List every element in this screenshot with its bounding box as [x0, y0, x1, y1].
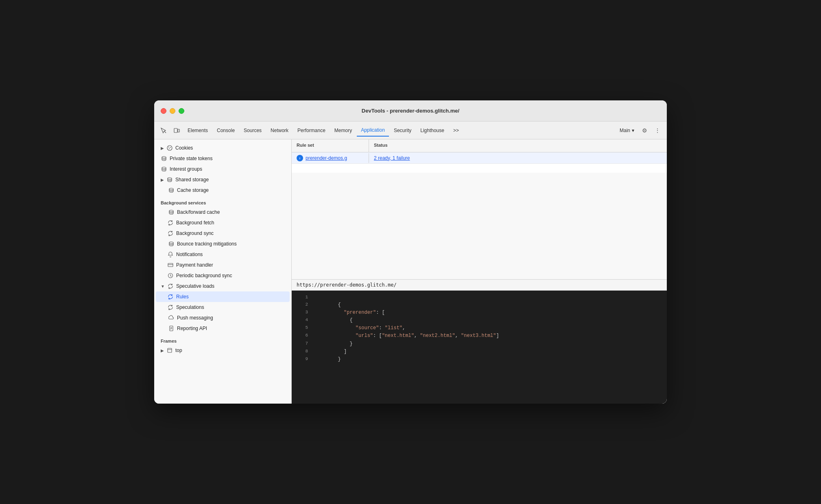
tab-elements[interactable]: Elements	[183, 124, 212, 137]
sidebar-item-periodic-background-sync[interactable]: Periodic background sync	[156, 270, 290, 281]
sidebar-item-rules[interactable]: Rules	[156, 291, 290, 302]
tab-performance[interactable]: Performance	[293, 124, 330, 137]
database-icon	[168, 187, 175, 193]
sidebar-item-label: Rules	[176, 294, 189, 300]
line-number: 8	[297, 348, 308, 355]
tab-console[interactable]: Console	[213, 124, 239, 137]
sync-icon	[167, 283, 174, 289]
svg-line-0	[164, 131, 166, 133]
svg-point-5	[170, 147, 171, 148]
svg-point-7	[162, 156, 166, 158]
svg-text:i: i	[299, 157, 300, 160]
sidebar-item-shared-storage[interactable]: ▶ Shared storage	[156, 174, 290, 185]
sidebar-item-label: Cache storage	[177, 187, 209, 193]
database-icon	[161, 166, 167, 172]
sidebar-item-payment-handler[interactable]: Payment handler	[156, 260, 290, 270]
device-icon	[173, 127, 180, 134]
table-row[interactable]: i prerender-demos.g 2 ready, 1 failure	[292, 152, 667, 164]
sidebar-item-label: Cookies	[175, 145, 193, 151]
tab-application[interactable]: Application	[357, 124, 389, 137]
info-icon: i	[298, 156, 302, 160]
sidebar-item-label: Speculative loads	[176, 283, 214, 289]
bell-icon	[167, 251, 174, 258]
svg-rect-20	[168, 348, 172, 352]
rule-set-link[interactable]: prerender-demos.g	[306, 155, 347, 161]
sync-icon	[167, 219, 174, 226]
sidebar: ▶ Cookies Private state tokens Interest …	[154, 139, 292, 404]
inspect-element-button[interactable]	[157, 124, 170, 137]
sidebar-item-cookies[interactable]: ▶ Cookies	[156, 143, 290, 153]
sidebar-item-back-forward-cache[interactable]: Back/forward cache	[156, 207, 290, 217]
tab-network[interactable]: Network	[266, 124, 293, 137]
code-line-4: 4 {	[292, 317, 667, 324]
minimize-button[interactable]	[170, 108, 175, 114]
code-line-9: 9 }	[292, 356, 667, 363]
chevron-right-icon: ▶	[161, 146, 164, 150]
line-number: 5	[297, 324, 308, 332]
sidebar-item-label: Background sync	[176, 230, 214, 236]
status-link[interactable]: 2 ready, 1 failure	[374, 155, 410, 161]
device-toggle-button[interactable]	[170, 124, 183, 137]
more-tabs-button[interactable]: >>	[449, 124, 463, 137]
code-line-8: 8 ]	[292, 348, 667, 356]
code-line-5: 5 "source": "list",	[292, 324, 667, 332]
close-button[interactable]	[161, 108, 166, 114]
sidebar-item-label: Payment handler	[176, 262, 213, 268]
sidebar-section-background-services: Background services	[154, 196, 291, 207]
sidebar-item-speculative-loads[interactable]: ▼ Speculative loads	[156, 281, 290, 291]
settings-button[interactable]: ⚙	[638, 124, 651, 137]
sidebar-item-label: Reporting API	[177, 326, 207, 331]
chevron-down-icon: ▼	[161, 284, 165, 289]
database-icon	[161, 155, 167, 162]
sidebar-item-push-messaging[interactable]: Push messaging	[156, 313, 290, 323]
line-number: 2	[297, 301, 308, 308]
column-header-status: Status	[369, 139, 667, 152]
sidebar-item-label: Push messaging	[177, 315, 213, 321]
sidebar-item-reporting-api[interactable]: Reporting API	[156, 323, 290, 334]
chevron-right-icon: ▶	[161, 178, 164, 182]
sidebar-item-top[interactable]: ▶ top	[156, 345, 290, 356]
line-number: 4	[297, 317, 308, 324]
sync-icon	[167, 304, 174, 311]
line-number: 3	[297, 309, 308, 316]
line-number: 1	[297, 294, 308, 301]
svg-point-3	[167, 146, 172, 150]
database-icon	[168, 209, 175, 215]
sidebar-item-label: Bounce tracking mitigations	[177, 241, 237, 247]
gear-icon: ⚙	[642, 127, 647, 134]
tab-sources[interactable]: Sources	[240, 124, 266, 137]
tab-security[interactable]: Security	[390, 124, 415, 137]
sidebar-item-private-state-tokens[interactable]: Private state tokens	[156, 153, 290, 164]
svg-rect-13	[168, 263, 173, 267]
svg-point-12	[169, 242, 173, 243]
maximize-button[interactable]	[179, 108, 184, 114]
main-target-button[interactable]: Main ▾	[616, 126, 638, 135]
sidebar-item-speculations[interactable]: Speculations	[156, 302, 290, 313]
cookie-icon	[166, 145, 173, 151]
table-body: i prerender-demos.g 2 ready, 1 failure	[292, 152, 667, 173]
sidebar-item-bounce-tracking[interactable]: Bounce tracking mitigations	[156, 239, 290, 249]
sidebar-item-background-sync[interactable]: Background sync	[156, 228, 290, 239]
chevron-right-icon: ▶	[161, 348, 164, 353]
sidebar-item-label: Notifications	[176, 252, 203, 257]
frame-icon	[166, 347, 173, 354]
more-options-button[interactable]: ⋮	[651, 124, 664, 137]
svg-point-10	[169, 188, 173, 190]
sidebar-item-notifications[interactable]: Notifications	[156, 249, 290, 260]
url-bar: https://prerender-demos.glitch.me/	[292, 279, 667, 291]
empty-area	[292, 173, 667, 279]
sidebar-item-background-fetch[interactable]: Background fetch	[156, 217, 290, 228]
tab-lighthouse[interactable]: Lighthouse	[416, 124, 448, 137]
tab-memory[interactable]: Memory	[330, 124, 356, 137]
table-header: Rule set Status	[292, 139, 667, 152]
sidebar-item-label: top	[175, 348, 182, 353]
rule-set-cell: i prerender-demos.g	[292, 153, 369, 163]
devtools-window: DevTools - prerender-demos.glitch.me/ El…	[154, 100, 667, 404]
content-area: Rule set Status i prerender-demos.g	[292, 139, 667, 404]
sidebar-item-interest-groups[interactable]: Interest groups	[156, 164, 290, 174]
cloud-icon	[168, 315, 175, 321]
toolbar-right: Main ▾ ⚙ ⋮	[616, 124, 664, 137]
svg-rect-2	[178, 129, 179, 132]
card-icon	[167, 262, 174, 268]
sidebar-item-cache-storage[interactable]: Cache storage	[156, 185, 290, 196]
